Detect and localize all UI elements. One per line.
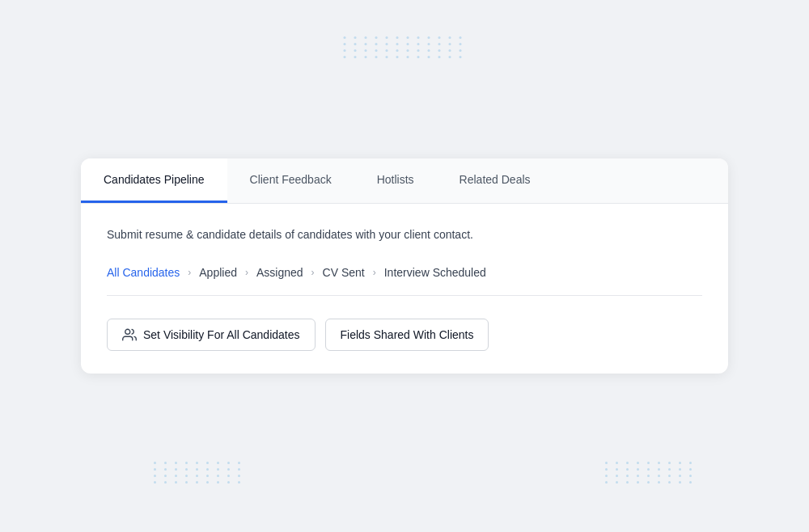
fields-shared-button[interactable]: Fields Shared With Clients [325, 319, 489, 351]
action-buttons: Set Visibility For All Candidates Fields… [107, 319, 702, 351]
step-all-candidates[interactable]: All Candidates [107, 266, 180, 279]
fields-shared-label: Fields Shared With Clients [341, 328, 474, 341]
step-interview-scheduled[interactable]: Interview Scheduled [384, 266, 486, 279]
step-cv-sent[interactable]: CV Sent [323, 266, 365, 279]
step-assigned[interactable]: Assigned [256, 266, 303, 279]
tab-client-feedback[interactable]: Client Feedback [227, 158, 354, 203]
chevron-icon-1: › [188, 267, 191, 278]
people-icon [122, 327, 137, 342]
svg-point-0 [125, 329, 130, 334]
set-visibility-label: Set Visibility For All Candidates [143, 328, 300, 341]
dot-pattern-bottom-right [605, 462, 696, 483]
tab-hotlists[interactable]: Hotlists [354, 158, 437, 203]
chevron-icon-2: › [245, 267, 248, 278]
tab-related-deals[interactable]: Related Deals [437, 158, 553, 203]
tab-candidates-pipeline[interactable]: Candidates Pipeline [81, 158, 227, 203]
set-visibility-button[interactable]: Set Visibility For All Candidates [107, 319, 316, 351]
main-card: Candidates Pipeline Client Feedback Hotl… [81, 158, 728, 374]
dot-pattern-bottom-left [154, 462, 244, 483]
dot-pattern-top [344, 36, 466, 58]
step-applied[interactable]: Applied [199, 266, 237, 279]
pipeline-steps: All Candidates › Applied › Assigned › CV… [107, 266, 702, 296]
description-text: Submit resume & candidate details of can… [107, 226, 702, 243]
card-body: Submit resume & candidate details of can… [81, 204, 728, 374]
chevron-icon-4: › [373, 267, 376, 278]
chevron-icon-3: › [311, 267, 315, 278]
tab-bar: Candidates Pipeline Client Feedback Hotl… [81, 158, 728, 204]
